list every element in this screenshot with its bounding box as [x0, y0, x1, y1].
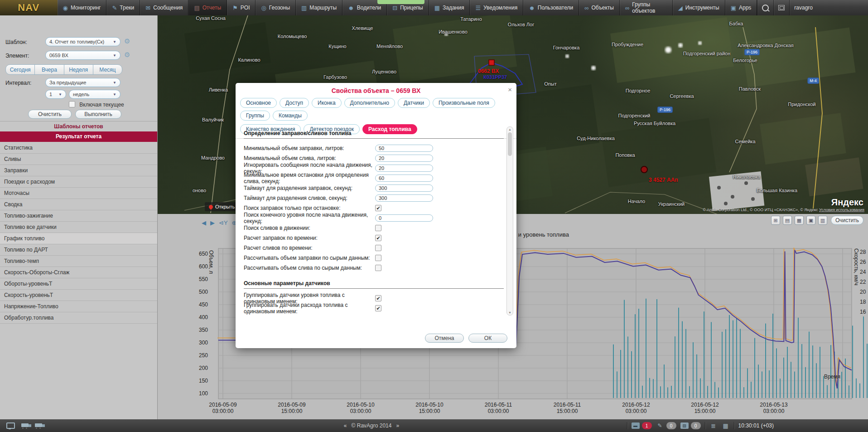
nav-item-14[interactable]: ◢Инструменты — [673, 0, 725, 15]
close-icon[interactable]: × — [508, 86, 512, 93]
clear-button[interactable]: Очистить — [28, 110, 72, 119]
sidebar-item-1[interactable]: Сливы — [0, 154, 157, 165]
unit-label[interactable]: 3 4527 ААп — [649, 177, 678, 183]
unit-label[interactable]: 0662 ВХ — [478, 68, 499, 74]
nav-item-1[interactable]: ✎Треки — [106, 0, 140, 15]
current-user[interactable]: ravagro — [789, 0, 819, 15]
cancel-button[interactable]: Отмена — [425, 334, 464, 343]
nav-item-2[interactable]: ✉Сообщения — [140, 0, 188, 15]
tab-Датчики[interactable]: Датчики — [398, 98, 430, 108]
template-edit-wrench-icon[interactable]: ⚙ — [124, 37, 130, 45]
field-input[interactable] — [375, 175, 433, 182]
tab-Иконка[interactable]: Иконка — [312, 98, 342, 108]
sidebar-item-11[interactable]: Скорость-Обороты-Сглаж — [0, 267, 157, 278]
interval-unit-select[interactable]: недель▼ — [69, 90, 121, 99]
tab-Основное[interactable]: Основное — [240, 98, 277, 108]
date-button-2[interactable]: Неделя — [64, 65, 93, 74]
nav-item-4[interactable]: ⚑POI — [227, 0, 256, 15]
grid-icon[interactable]: ▦ — [722, 422, 730, 429]
report-result-header[interactable]: Результат отчета — [0, 131, 157, 142]
field-input[interactable] — [375, 155, 433, 162]
tab-Команды[interactable]: Команды — [273, 111, 308, 121]
nav-item-9[interactable]: ▦Задания — [429, 0, 470, 15]
logbook-icon[interactable]: ≣ — [709, 422, 718, 429]
field-checkbox[interactable]: ✔ — [375, 235, 381, 241]
prev-arrow-icon[interactable]: « — [344, 422, 347, 429]
interval-count-select[interactable]: 1▼ — [45, 90, 66, 99]
scrollbar-thumb[interactable] — [508, 132, 512, 156]
field-input[interactable] — [375, 145, 433, 152]
clock: 10:30:01 (+03) — [738, 422, 774, 429]
map-place-label: Придонской — [788, 102, 815, 107]
sidebar-item-12[interactable]: Обороты-уровеньТ — [0, 278, 157, 290]
scroll-up-icon[interactable]: ▲ — [507, 128, 513, 131]
tab-Доступ[interactable]: Доступ — [280, 98, 309, 108]
nav-item-5[interactable]: ◎Геозоны — [256, 0, 296, 15]
field-checkbox[interactable] — [375, 265, 381, 271]
messages-panel-icon[interactable]: ▬ — [632, 422, 640, 429]
y-right-tick: 28 — [860, 249, 866, 255]
sidebar-item-6[interactable]: Топливо-зажигание — [0, 210, 157, 222]
field-checkbox[interactable] — [375, 255, 381, 261]
comments-icon[interactable]: ✎ — [656, 422, 664, 429]
dialog-tabs-row1: ОсновноеДоступИконкаДополнительноДатчики… — [236, 94, 516, 121]
nav-item-0[interactable]: ◉Мониторинг — [58, 0, 107, 15]
field-checkbox[interactable]: ✔ — [375, 205, 381, 211]
field-checkbox[interactable]: ✔ — [375, 305, 381, 311]
nav-item-10[interactable]: ☰Уведомления — [470, 0, 523, 15]
nav-item-13[interactable]: ∞Группы объектов — [620, 0, 673, 15]
monitor-icon[interactable] — [6, 422, 15, 429]
nav-item-label: Геозоны — [269, 5, 290, 11]
nav-item-12[interactable]: ∞Объекты — [579, 0, 620, 15]
sidebar-item-9[interactable]: Топливо по ДАРТ — [0, 244, 157, 256]
date-button-0[interactable]: Сегодня — [6, 65, 35, 74]
sidebar-item-10[interactable]: Топливо-темп — [0, 256, 157, 267]
template-select[interactable]: 4. Отчет по топливу(Ск)▼ — [45, 37, 121, 46]
dialog-scrollbar[interactable]: ▲ ▼ — [506, 126, 513, 316]
field-input[interactable] — [375, 194, 433, 202]
field-checkbox[interactable] — [375, 245, 381, 251]
scroll-down-icon[interactable]: ▼ — [507, 311, 513, 314]
restore-panel-button[interactable] — [773, 0, 789, 15]
tab-Дополнительно[interactable]: Дополнительно — [344, 98, 395, 108]
sidebar-item-8[interactable]: График топливо — [0, 233, 157, 244]
nav-item-11[interactable]: ☻Пользователи — [523, 0, 579, 15]
interval-select[interactable]: За предыдущие▼ — [45, 78, 121, 87]
ok-button[interactable]: ОК — [468, 334, 507, 343]
sidebar-item-5[interactable]: Сводка — [0, 199, 157, 210]
tab-Группы[interactable]: Группы — [240, 111, 270, 121]
field-input[interactable] — [375, 184, 433, 192]
element-select[interactable]: 0659 ВХ▼ — [45, 51, 121, 60]
map-place-label: Сергеевка — [670, 93, 694, 99]
field-checkbox[interactable] — [375, 225, 381, 231]
tab-Произвольные поля[interactable]: Произвольные поля — [433, 98, 495, 108]
sidebar-item-0[interactable]: Статистика — [0, 142, 157, 154]
map-terms-link[interactable]: Условия использования — [819, 208, 864, 212]
field-checkbox[interactable]: ✔ — [375, 295, 381, 301]
nav-item-15[interactable]: ▣Apps — [725, 0, 757, 15]
sidebar-item-7[interactable]: Топливо все датчики — [0, 222, 157, 233]
truck-add-icon[interactable] — [35, 423, 42, 427]
photos-icon[interactable]: ▨ — [680, 422, 689, 429]
sidebar-item-3[interactable]: Поездки с расходом — [0, 176, 157, 188]
search-button[interactable] — [757, 0, 773, 15]
include-current-checkbox[interactable] — [69, 101, 75, 107]
nav-item-3[interactable]: ▤Отчеты — [188, 0, 227, 15]
date-button-3[interactable]: Месяц — [93, 65, 122, 74]
nav-item-6[interactable]: ▥Маршруты — [296, 0, 342, 15]
sidebar-item-15[interactable]: Обработур.топлива — [0, 312, 157, 324]
truck-icon[interactable] — [21, 423, 29, 427]
date-button-1[interactable]: Вчера — [35, 65, 64, 74]
sidebar-item-13[interactable]: Скорость-уровеньТ — [0, 290, 157, 301]
yandex-logo[interactable]: Яндекс — [831, 197, 863, 208]
element-edit-wrench-icon[interactable]: ⚙ — [124, 51, 130, 59]
report-templates-header[interactable]: Шаблоны отчетов — [0, 121, 157, 132]
next-arrow-icon[interactable]: » — [396, 422, 399, 429]
sidebar-item-4[interactable]: Моточасы — [0, 188, 157, 199]
field-input[interactable] — [375, 165, 433, 172]
map-place-label: Подгоренский район — [683, 51, 731, 56]
run-button[interactable]: Выполнить — [75, 110, 121, 119]
field-input[interactable] — [375, 214, 433, 222]
sidebar-item-2[interactable]: Заправки — [0, 165, 157, 176]
sidebar-item-14[interactable]: Напряжение-Топливо — [0, 301, 157, 312]
